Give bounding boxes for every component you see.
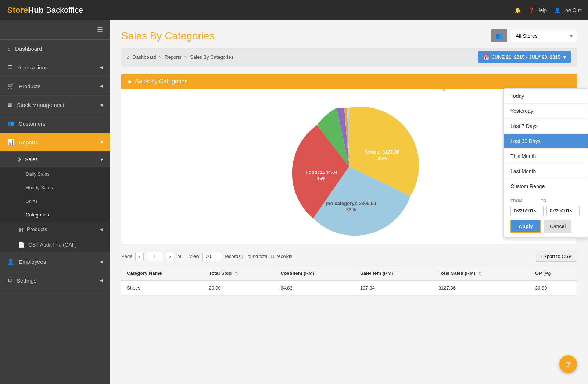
sidebar-toggle[interactable]: ☰ (0, 20, 110, 40)
sidebar-item-products[interactable]: 🛒 Products ◀ (0, 77, 110, 96)
records-label: records | Found total 11 records (225, 254, 293, 259)
store-select-wrapper: All Stores Store 1 Store 2 (511, 30, 577, 42)
logout-label: Log Out (562, 7, 581, 13)
dropdown-last30[interactable]: Last 30 Days (504, 134, 588, 149)
today-label: Today (510, 93, 524, 99)
col-cost-item: Cost/Item (RM) (275, 266, 355, 281)
categories-label: Categories (26, 212, 49, 218)
products-arrow-icon: ◀ (100, 83, 103, 89)
pie-chart: Shoes: 3127.36 35% (no category): 2896.9… (279, 97, 419, 236)
lastmonth-label: Last Month (510, 168, 536, 174)
next-page-button[interactable]: › (166, 252, 174, 261)
sidebar-stock-label: Stock Management (17, 102, 64, 108)
chart-icon: 📊 (7, 139, 14, 146)
col-costitem-label: Cost/Item (RM) (280, 270, 314, 276)
col-total-sold[interactable]: Total Sold ⇅ (203, 266, 275, 281)
table-header-row: Category Name Total Sold ⇅ Cost/Item (RM… (121, 266, 577, 281)
of-label: of 1 | View (177, 254, 199, 259)
col-saleitem-label: Sale/Item (RM) (360, 270, 393, 276)
shoes-pct: 35% (377, 155, 387, 161)
sidebar-leaf-categories[interactable]: Categories (0, 208, 110, 222)
help-label: Help (536, 7, 547, 13)
pie-chart-svg: Shoes: 3127.36 35% (no category): 2896.9… (279, 97, 419, 236)
cart-icon: 🛒 (7, 83, 14, 89)
sidebar-sub-gst[interactable]: 📄 GST Audit File (GAF) (0, 237, 110, 252)
col-category-name: Category Name (121, 266, 203, 281)
hamburger-icon[interactable]: ☰ (97, 26, 103, 34)
store-icon-button[interactable]: 👥 (491, 29, 507, 42)
transactions-arrow-icon: ◀ (100, 65, 103, 70)
store-selector: 👥 All Stores Store 1 Store 2 (491, 29, 577, 42)
to-date-input[interactable] (546, 206, 580, 216)
sidebar-item-employees[interactable]: 👤 Employees ◀ (0, 252, 110, 271)
sidebar-customers-label: Customers (19, 121, 46, 127)
person-icon: 👤 (7, 258, 14, 265)
gst-sub-label: GST Audit File (GAF) (28, 242, 77, 248)
export-csv-button[interactable]: Export to CSV (536, 251, 577, 262)
sidebar-item-stock[interactable]: ▦ Stock Management ◀ (0, 96, 110, 114)
pagination-left: Page ‹ › of 1 | View 20 50 100 records |… (121, 252, 293, 261)
help-nav-item[interactable]: ❓ Help (528, 7, 547, 13)
store-dropdown[interactable]: All Stores Store 1 Store 2 (511, 30, 577, 42)
to-label: TO (541, 198, 546, 203)
dropdown-last7[interactable]: Last 7 Days (504, 119, 588, 134)
page-number-input[interactable] (147, 252, 163, 261)
date-range-button[interactable]: 📅 JUNE 21, 2015 - JULY 20, 2015 ▾ (478, 51, 571, 63)
sidebar-item-dashboard[interactable]: ⌂ Dashboard (0, 40, 110, 58)
chart-header: ≡ Sales by Categories (121, 74, 577, 89)
dropdown-customrange[interactable]: Custom Range (504, 179, 588, 194)
sidebar-sub-sales[interactable]: $ Sales ▾ (0, 152, 110, 167)
logout-nav-item[interactable]: 👤 Log Out (554, 7, 581, 13)
notification-bell[interactable]: 🔔 (514, 7, 521, 13)
sidebar-leaf-daily-sales[interactable]: Daily Sales (0, 167, 110, 181)
page-label: Page (121, 254, 132, 259)
from-label: FROM (510, 198, 522, 203)
view-select[interactable]: 20 50 100 (202, 252, 222, 261)
date-range-dropdown: Today Yesterday Last 7 Days Last 30 Days… (503, 88, 588, 238)
sidebar-item-transactions[interactable]: ☰ Transactions ◀ (0, 58, 110, 77)
navbar: StoreHub Backoffice 🔔 ❓ Help 👤 Log Out (0, 0, 588, 20)
reports-submenu: $ Sales ▾ Daily Sales Hourly Sales Shift… (0, 152, 110, 252)
breadcrumb-reports[interactable]: Reports (165, 54, 182, 60)
col-gp-label: GP (%) (535, 270, 551, 276)
pagination-row: Page ‹ › of 1 | View 20 50 100 records |… (121, 251, 577, 262)
grid-icon: ▦ (18, 226, 23, 232)
from-date-input[interactable] (510, 206, 544, 216)
cancel-button[interactable]: Cancel (544, 220, 572, 233)
dropdown-lastmonth[interactable]: Last Month (504, 164, 588, 179)
table-header: Category Name Total Sold ⇅ Cost/Item (RM… (121, 266, 577, 281)
stock-arrow-icon: ◀ (100, 102, 103, 107)
col-total-sales[interactable]: Total Sales (RM) ⇅ (433, 266, 530, 281)
sidebar-item-settings[interactable]: ⚙ Settings ◀ (0, 271, 110, 290)
sidebar: ☰ ⌂ Dashboard ☰ Transactions ◀ 🛒 Product… (0, 20, 110, 384)
sidebar-sub-products[interactable]: ▦ Products ◀ (0, 222, 110, 237)
food-pct: 15% (317, 176, 326, 181)
users-icon: 👥 (7, 120, 14, 127)
sales-sub-arrow: ▾ (101, 157, 103, 162)
dropdown-today[interactable]: Today (504, 89, 588, 104)
user-icon: 👤 (554, 7, 560, 13)
products-sub-arrow: ◀ (100, 227, 103, 232)
breadcrumb-dashboard[interactable]: Dashboard (133, 54, 156, 60)
sidebar-item-customers[interactable]: 👥 Customers (0, 114, 110, 133)
home-breadcrumb-icon: ⌂ (127, 54, 130, 60)
sidebar-leaf-hourly-sales[interactable]: Hourly Sales (0, 181, 110, 194)
col-gp: GP (%) (530, 266, 577, 281)
dropdown-thismonth[interactable]: This Month (504, 149, 588, 164)
sidebar-leaf-shifts[interactable]: Shifts (0, 194, 110, 208)
sidebar-item-reports[interactable]: 📊 Reports ▾ (0, 133, 110, 152)
sales-sub-label: Sales (25, 157, 38, 162)
help-bubble[interactable]: ? (559, 355, 577, 373)
range-inputs (510, 206, 581, 216)
page-title: Sales By Categories (121, 30, 215, 42)
brand-hub: Hub (28, 6, 44, 15)
dropdown-yesterday[interactable]: Yesterday (504, 104, 588, 119)
col-totalsales-label: Total Sales (RM) (438, 270, 475, 276)
breadcrumb: ⌂ Dashboard > Reports > Sales By Categor… (127, 54, 233, 60)
apply-button[interactable]: Apply (510, 220, 541, 233)
cell-cost-item: 64.83 (275, 281, 355, 295)
date-range-chevron: ▾ (563, 54, 566, 60)
sales-submenu: Daily Sales Hourly Sales Shifts Categori… (0, 167, 110, 222)
settings-arrow-icon: ◀ (100, 278, 103, 283)
prev-page-button[interactable]: ‹ (135, 252, 143, 261)
